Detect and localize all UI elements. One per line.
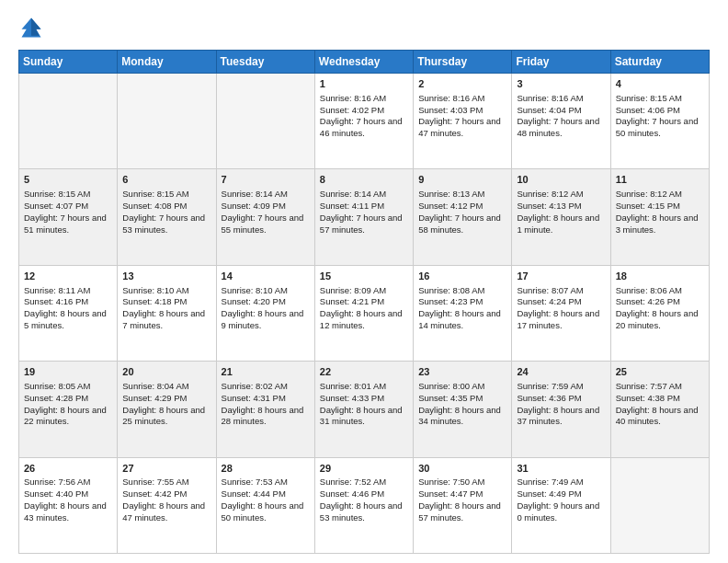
sunrise-text: Sunrise: 8:12 AM [517, 189, 583, 199]
sunrise-text: Sunrise: 7:57 AM [616, 381, 682, 391]
sunrise-text: Sunrise: 7:53 AM [222, 477, 288, 487]
daylight-text: Daylight: 8 hours and 5 minutes. [24, 308, 107, 330]
day-number: 26 [24, 462, 112, 476]
day-number: 9 [418, 173, 506, 187]
calendar-day-cell: 26Sunrise: 7:56 AMSunset: 4:40 PMDayligh… [19, 457, 118, 553]
day-number: 31 [517, 462, 605, 476]
calendar-week-row: 5Sunrise: 8:15 AMSunset: 4:07 PMDaylight… [19, 169, 710, 265]
sunrise-text: Sunrise: 8:10 AM [222, 285, 288, 295]
day-number: 16 [418, 270, 506, 283]
sunrise-text: Sunrise: 8:00 AM [418, 381, 484, 391]
day-number: 10 [517, 173, 605, 187]
sunset-text: Sunset: 4:04 PM [517, 105, 581, 115]
sunset-text: Sunset: 4:28 PM [24, 393, 88, 403]
sunrise-text: Sunrise: 8:11 AM [24, 285, 90, 295]
sunset-text: Sunset: 4:07 PM [24, 201, 88, 211]
sunset-text: Sunset: 4:49 PM [517, 488, 581, 499]
daylight-text: Daylight: 7 hours and 58 minutes. [418, 213, 501, 235]
day-number: 2 [418, 77, 506, 91]
calendar-day-cell: 19Sunrise: 8:05 AMSunset: 4:28 PMDayligh… [19, 362, 118, 457]
daylight-text: Daylight: 8 hours and 9 minutes. [222, 308, 304, 330]
day-number: 24 [517, 365, 605, 379]
daylight-text: Daylight: 8 hours and 40 minutes. [616, 405, 699, 427]
sunset-text: Sunset: 4:29 PM [122, 393, 187, 403]
day-number: 19 [24, 365, 112, 379]
sunset-text: Sunset: 4:11 PM [320, 201, 384, 211]
daylight-text: Daylight: 8 hours and 22 minutes. [24, 405, 107, 427]
day-number: 18 [616, 270, 704, 283]
sunrise-text: Sunrise: 8:15 AM [122, 189, 188, 199]
daylight-text: Daylight: 8 hours and 57 minutes. [418, 500, 501, 523]
weekday-header-saturday: Saturday [610, 51, 709, 74]
day-number: 4 [616, 77, 704, 91]
day-number: 7 [222, 173, 310, 187]
sunset-text: Sunset: 4:24 PM [517, 296, 581, 306]
calendar-day-cell: 22Sunrise: 8:01 AMSunset: 4:33 PMDayligh… [314, 362, 413, 457]
sunrise-text: Sunrise: 8:16 AM [320, 93, 386, 103]
sunset-text: Sunset: 4:26 PM [616, 296, 680, 306]
calendar-day-cell [19, 74, 118, 169]
sunrise-text: Sunrise: 8:09 AM [320, 285, 386, 295]
calendar-day-cell [118, 74, 216, 169]
sunset-text: Sunset: 4:08 PM [122, 201, 187, 211]
daylight-text: Daylight: 8 hours and 3 minutes. [616, 213, 699, 235]
sunset-text: Sunset: 4:02 PM [320, 105, 384, 115]
sunrise-text: Sunrise: 7:50 AM [418, 477, 484, 487]
sunrise-text: Sunrise: 8:16 AM [517, 93, 583, 103]
day-number: 5 [24, 173, 112, 187]
sunrise-text: Sunrise: 7:56 AM [24, 477, 90, 487]
sunrise-text: Sunrise: 8:14 AM [320, 189, 386, 199]
calendar-day-cell: 14Sunrise: 8:10 AMSunset: 4:20 PMDayligh… [216, 265, 314, 361]
calendar-day-cell: 7Sunrise: 8:14 AMSunset: 4:09 PMDaylight… [216, 169, 314, 265]
calendar-day-cell: 6Sunrise: 8:15 AMSunset: 4:08 PMDaylight… [118, 169, 216, 265]
calendar-day-cell: 23Sunrise: 8:00 AMSunset: 4:35 PMDayligh… [414, 362, 512, 457]
sunset-text: Sunset: 4:15 PM [616, 201, 680, 211]
day-number: 8 [320, 173, 408, 187]
calendar-day-cell: 16Sunrise: 8:08 AMSunset: 4:23 PMDayligh… [414, 265, 512, 361]
sunrise-text: Sunrise: 7:59 AM [517, 381, 583, 391]
sunset-text: Sunset: 4:33 PM [320, 393, 384, 403]
daylight-text: Daylight: 8 hours and 7 minutes. [122, 308, 205, 330]
calendar-day-cell: 11Sunrise: 8:12 AMSunset: 4:15 PMDayligh… [610, 169, 709, 265]
daylight-text: Daylight: 7 hours and 57 minutes. [320, 213, 403, 235]
calendar-day-cell: 12Sunrise: 8:11 AMSunset: 4:16 PMDayligh… [19, 265, 118, 361]
weekday-header-wednesday: Wednesday [314, 51, 413, 74]
calendar-day-cell: 15Sunrise: 8:09 AMSunset: 4:21 PMDayligh… [314, 265, 413, 361]
calendar-day-cell: 9Sunrise: 8:13 AMSunset: 4:12 PMDaylight… [414, 169, 512, 265]
sunrise-text: Sunrise: 8:15 AM [24, 189, 90, 199]
sunset-text: Sunset: 4:18 PM [122, 296, 187, 306]
logo [18, 15, 48, 40]
calendar-day-cell: 28Sunrise: 7:53 AMSunset: 4:44 PMDayligh… [216, 457, 314, 553]
day-number: 12 [24, 270, 112, 283]
sunset-text: Sunset: 4:46 PM [320, 488, 384, 499]
daylight-text: Daylight: 8 hours and 17 minutes. [517, 308, 599, 330]
sunset-text: Sunset: 4:20 PM [222, 296, 286, 306]
daylight-text: Daylight: 7 hours and 51 minutes. [24, 213, 107, 235]
sunrise-text: Sunrise: 8:12 AM [616, 189, 682, 199]
calendar-day-cell: 20Sunrise: 8:04 AMSunset: 4:29 PMDayligh… [118, 362, 216, 457]
sunset-text: Sunset: 4:47 PM [418, 488, 483, 499]
calendar-day-cell: 5Sunrise: 8:15 AMSunset: 4:07 PMDaylight… [19, 169, 118, 265]
day-number: 23 [418, 365, 506, 379]
sunrise-text: Sunrise: 7:55 AM [122, 477, 188, 487]
sunset-text: Sunset: 4:38 PM [616, 393, 680, 403]
daylight-text: Daylight: 7 hours and 46 minutes. [320, 116, 403, 138]
day-number: 29 [320, 462, 408, 476]
calendar-day-cell [216, 74, 314, 169]
calendar-table: SundayMondayTuesdayWednesdayThursdayFrid… [18, 50, 710, 554]
sunrise-text: Sunrise: 7:52 AM [320, 477, 386, 487]
sunrise-text: Sunrise: 8:08 AM [418, 285, 484, 295]
sunrise-text: Sunrise: 8:01 AM [320, 381, 386, 391]
weekday-header-friday: Friday [512, 51, 610, 74]
sunrise-text: Sunrise: 8:10 AM [122, 285, 188, 295]
svg-marker-1 [31, 18, 41, 36]
daylight-text: Daylight: 7 hours and 50 minutes. [616, 116, 699, 138]
day-number: 11 [616, 173, 704, 187]
calendar-day-cell: 2Sunrise: 8:16 AMSunset: 4:03 PMDaylight… [414, 74, 512, 169]
day-number: 20 [122, 365, 210, 379]
header [18, 15, 710, 40]
sunset-text: Sunset: 4:21 PM [320, 296, 384, 306]
sunset-text: Sunset: 4:13 PM [517, 201, 581, 211]
daylight-text: Daylight: 8 hours and 12 minutes. [320, 308, 403, 330]
daylight-text: Daylight: 8 hours and 53 minutes. [320, 500, 403, 523]
